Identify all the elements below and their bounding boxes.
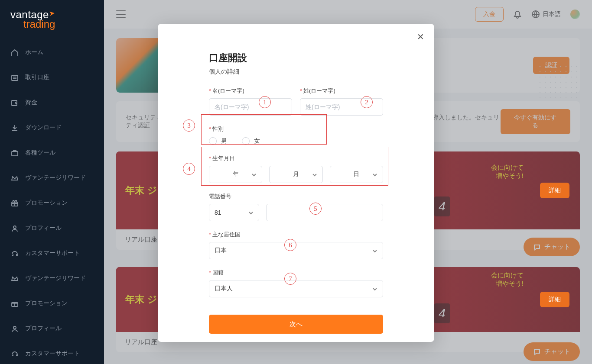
sidebar-item-label: プロモーション — [25, 300, 68, 307]
avatar[interactable] — [570, 10, 580, 19]
chat-icon — [533, 243, 541, 251]
dob-month-select[interactable]: 月 — [269, 166, 322, 183]
chevron-down-icon — [251, 172, 257, 177]
sidebar-item-support-2[interactable]: カスタマーサポート — [0, 341, 104, 364]
chat-label: チャット — [544, 243, 570, 251]
banner-image — [116, 38, 159, 93]
crown-icon — [10, 274, 18, 282]
person-icon — [10, 325, 18, 332]
bag-icon — [10, 149, 18, 157]
last-name-label: *姓(ローマ字) — [300, 87, 383, 95]
export-icon — [10, 99, 18, 106]
sidebar: vantage➤ trading ホーム 取引口座 資金 ダウンロード 各種ツー… — [0, 0, 104, 364]
nationality-select[interactable]: 日本人 — [209, 280, 383, 297]
chat-button[interactable]: チャット — [524, 342, 580, 361]
topbar-right: 入金 日本語 — [475, 7, 580, 22]
sidebar-item-label: ヴァンテージリワード — [25, 174, 86, 182]
card-hero-tag: 会に向けて増やそう! — [491, 164, 524, 180]
person-icon — [10, 224, 18, 232]
sidebar-item-accounts[interactable]: 取引口座 — [0, 65, 104, 90]
sidebar-item-funds[interactable]: 資金 — [0, 90, 104, 115]
chat-button[interactable]: チャット — [524, 238, 580, 256]
chevron-down-icon — [372, 248, 377, 253]
sidebar-item-label: カスタマーサポート — [25, 350, 80, 358]
sidebar-item-label: プロフィール — [25, 325, 62, 332]
globe-icon — [531, 10, 540, 19]
list-icon — [10, 74, 18, 81]
logo: vantage➤ trading — [0, 0, 104, 40]
chevron-down-icon — [248, 210, 254, 215]
country-label: *主な居住国 — [209, 231, 383, 238]
country-select[interactable]: 日本 — [209, 242, 383, 259]
close-icon[interactable]: ✕ — [415, 32, 426, 42]
phone-label: 電話番号 — [209, 193, 383, 200]
language-switch[interactable]: 日本語 — [531, 10, 561, 19]
svg-rect-0 — [12, 75, 18, 81]
sidebar-item-label: 資金 — [25, 99, 37, 106]
dob-day-select[interactable]: 日 — [330, 166, 383, 183]
sidebar-item-reward-2[interactable]: ヴァンテージリワード — [0, 266, 104, 291]
svg-point-6 — [13, 326, 16, 329]
home-icon — [10, 48, 18, 56]
sidebar-item-profile[interactable]: プロフィール — [0, 216, 104, 241]
svg-point-4 — [13, 226, 16, 229]
nationality-label: *国籍 — [209, 269, 383, 277]
crown-icon — [10, 174, 18, 182]
first-name-input[interactable] — [209, 98, 292, 116]
sidebar-item-label: ホーム — [25, 48, 43, 56]
chat-label: チャット — [544, 348, 570, 356]
open-account-modal: ✕ 口座開設 個人の詳細 *名(ローマ字) *姓(ローマ字) *性別 男 女 *… — [158, 24, 434, 342]
next-button[interactable]: 次へ — [209, 315, 383, 334]
bell-icon[interactable] — [513, 10, 522, 19]
chevron-down-icon — [312, 172, 317, 177]
sidebar-item-download[interactable]: ダウンロード — [0, 115, 104, 140]
sidebar-item-support[interactable]: カスタマーサポート — [0, 241, 104, 266]
gift-icon — [10, 199, 18, 207]
phone-input[interactable] — [266, 204, 383, 221]
sidebar-item-tools[interactable]: 各種ツール — [0, 140, 104, 165]
sidebar-item-reward[interactable]: ヴァンテージリワード — [0, 165, 104, 190]
sidebar-item-home[interactable]: ホーム — [0, 40, 104, 65]
sidebar-item-label: カスタマーサポート — [25, 249, 80, 257]
dob-year-select[interactable]: 年 — [209, 166, 262, 183]
dob-label: *生年月日 — [209, 155, 383, 162]
language-label: 日本語 — [543, 10, 561, 18]
detail-button[interactable]: 詳細 — [540, 292, 569, 307]
gender-radio-male[interactable]: 男 — [209, 137, 227, 145]
deposit-button[interactable]: 入金 — [475, 7, 504, 22]
svg-rect-2 — [12, 151, 18, 156]
sidebar-item-label: 取引口座 — [25, 74, 49, 81]
gender-label: *性別 — [209, 125, 383, 133]
sidebar-item-label: 各種ツール — [25, 149, 55, 157]
sidebar-item-label: プロモーション — [25, 199, 68, 207]
enable-button[interactable]: 今すぐ有効にする — [501, 109, 570, 134]
hamburger-icon[interactable] — [116, 10, 126, 18]
notice-text: セキュリティ — [126, 114, 162, 121]
sidebar-item-promo-2[interactable]: プロモーション — [0, 291, 104, 316]
sidebar-item-label: プロフィール — [25, 224, 62, 232]
gender-radio-female[interactable]: 女 — [242, 137, 260, 145]
gift-icon — [10, 300, 18, 307]
first-name-label: *名(ローマ字) — [209, 87, 292, 95]
chevron-down-icon — [372, 172, 377, 177]
headset-icon — [10, 249, 18, 257]
sidebar-item-profile-2[interactable]: プロフィール — [0, 316, 104, 341]
verify-button[interactable]: 認証 — [533, 57, 569, 74]
detail-button[interactable]: 詳細 — [540, 183, 569, 198]
last-name-input[interactable] — [300, 98, 383, 116]
phone-prefix-select[interactable]: 81 — [209, 204, 259, 221]
chevron-down-icon — [372, 286, 377, 291]
download-icon — [10, 124, 18, 132]
sidebar-item-label: ヴァンテージリワード — [25, 274, 86, 282]
headset-icon — [10, 350, 18, 358]
card-hero-tag: 会に向けて増やそう! — [491, 271, 524, 288]
sidebar-item-promo[interactable]: プロモーション — [0, 190, 104, 216]
chat-icon — [533, 348, 541, 356]
modal-title: 口座開設 — [209, 52, 383, 64]
sidebar-item-label: ダウンロード — [25, 124, 62, 132]
logo-arrow-icon: ➤ — [49, 9, 55, 18]
modal-subtitle: 個人の詳細 — [209, 68, 383, 76]
